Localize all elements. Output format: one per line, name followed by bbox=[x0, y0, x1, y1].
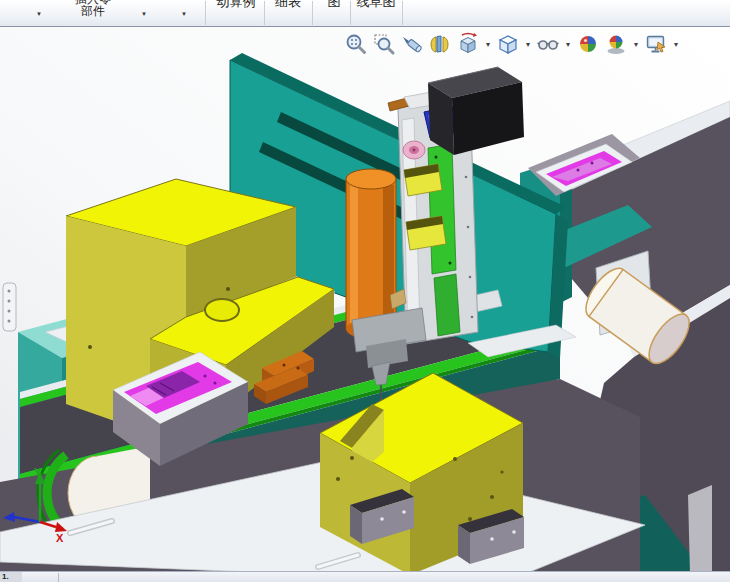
insert-component-button[interactable]: 插入零 部件 bbox=[62, 0, 124, 26]
chevron-down-icon[interactable]: ▾ bbox=[672, 40, 680, 49]
slider-block-lower[interactable] bbox=[406, 216, 446, 250]
toolbar-separator bbox=[205, 1, 206, 25]
view-settings-icon bbox=[644, 32, 668, 56]
status-divider bbox=[58, 573, 59, 582]
toolbar-separator bbox=[264, 1, 265, 25]
toolbar-separator bbox=[402, 1, 403, 25]
motion-study-button[interactable]: 动算例 bbox=[210, 0, 262, 26]
chevron-down-icon[interactable]: ▾ bbox=[484, 40, 492, 49]
edit-appearance-button[interactable] bbox=[576, 32, 600, 56]
heads-up-view-toolbar: ▾ ▾ ▾ bbox=[344, 32, 680, 56]
exploded-view-label: 图 bbox=[328, 0, 341, 9]
chevron-down-icon[interactable]: ▼ bbox=[36, 11, 42, 17]
view-orientation-icon bbox=[456, 32, 480, 56]
section-view-button[interactable] bbox=[428, 32, 452, 56]
command-manager-toolbar: ▼ 插入零 部件 ▼ ▼ 动算例 细表 图 线草图 bbox=[0, 0, 730, 27]
display-style-button[interactable] bbox=[496, 32, 520, 56]
chevron-down-icon[interactable]: ▾ bbox=[524, 40, 532, 49]
slider-block-upper[interactable] bbox=[404, 164, 442, 196]
triad-x-label: X bbox=[56, 532, 64, 544]
insert-component-label-line2: 部件 bbox=[81, 4, 105, 18]
chevron-down-icon[interactable]: ▾ bbox=[564, 40, 572, 49]
previous-view-button[interactable] bbox=[400, 32, 424, 56]
chevron-down-icon[interactable]: ▾ bbox=[632, 40, 640, 49]
zoom-to-fit-icon bbox=[344, 32, 368, 56]
triad-y-label: Y bbox=[34, 466, 42, 478]
edit-appearance-icon bbox=[576, 32, 600, 56]
view-settings-button[interactable] bbox=[644, 32, 668, 56]
status-bar: 1. bbox=[0, 571, 730, 582]
toolbar-separator bbox=[350, 1, 351, 25]
zoom-to-area-icon bbox=[372, 32, 396, 56]
explode-line-sketch-button[interactable]: 线草图 bbox=[352, 0, 400, 26]
graphics-viewport[interactable]: Y X bbox=[0, 27, 730, 574]
apply-scene-icon bbox=[604, 32, 628, 56]
toolbar-separator bbox=[312, 1, 313, 25]
green-strip-lower[interactable] bbox=[434, 274, 460, 336]
display-style-icon bbox=[496, 32, 520, 56]
section-view-icon bbox=[428, 32, 452, 56]
status-left-cell: 1. bbox=[0, 572, 22, 582]
chevron-down-icon[interactable]: ▼ bbox=[181, 11, 187, 17]
hide-show-items-button[interactable] bbox=[536, 32, 560, 56]
bom-label: 细表 bbox=[275, 0, 301, 9]
bill-of-materials-button[interactable]: 细表 bbox=[268, 0, 308, 26]
pink-roller[interactable] bbox=[403, 141, 425, 159]
zoom-to-fit-button[interactable] bbox=[344, 32, 368, 56]
explode-line-sketch-label: 线草图 bbox=[357, 0, 396, 9]
green-strip-upper[interactable] bbox=[428, 144, 456, 274]
chevron-down-icon[interactable]: ▼ bbox=[141, 11, 147, 17]
motion-study-label: 动算例 bbox=[217, 0, 256, 9]
apply-scene-button[interactable] bbox=[604, 32, 628, 56]
exploded-view-button[interactable]: 图 bbox=[320, 0, 348, 26]
zoom-to-area-button[interactable] bbox=[372, 32, 396, 56]
previous-view-icon bbox=[400, 32, 424, 56]
small-rail-part[interactable] bbox=[3, 283, 16, 331]
hide-show-items-icon bbox=[536, 32, 560, 56]
view-orientation-button[interactable] bbox=[456, 32, 480, 56]
